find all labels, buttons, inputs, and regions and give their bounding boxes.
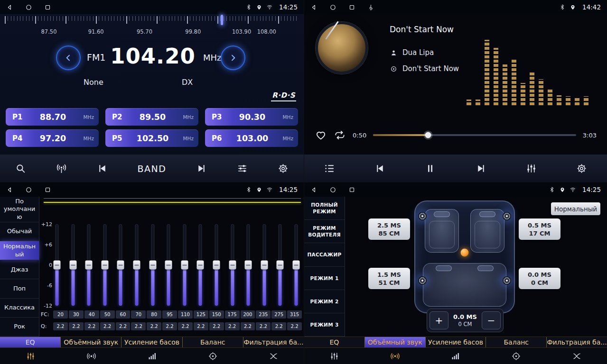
mode-item[interactable]: РЕЖИМ 1: [304, 267, 345, 290]
scan-button[interactable]: [15, 163, 27, 174]
preset-button-p6[interactable]: P6103.00MHz: [205, 129, 298, 147]
eq-preset-item[interactable]: Поп: [0, 279, 39, 298]
slider-knob[interactable]: [245, 261, 252, 270]
mode-item[interactable]: ПАССАЖИР: [304, 243, 345, 266]
pause-button[interactable]: [424, 163, 436, 174]
slider-knob[interactable]: [133, 261, 140, 270]
home-circle-icon[interactable]: [25, 4, 32, 11]
slider-knob[interactable]: [117, 261, 124, 270]
eq-preset-item[interactable]: Джаз: [0, 260, 39, 279]
equalizer-button[interactable]: [236, 163, 248, 174]
eq-band-slider[interactable]: [69, 224, 77, 306]
surround-tab-icon[interactable]: [365, 348, 426, 364]
balance-tab-icon[interactable]: [182, 348, 243, 364]
tab-filter[interactable]: Фильтрация ба...: [547, 337, 607, 347]
tab-bass-boost[interactable]: Усиление басов: [121, 337, 182, 347]
settings-gear-icon[interactable]: [576, 163, 588, 174]
preset-button-p4[interactable]: P497.20MHz: [6, 129, 99, 147]
eq-band-slider[interactable]: [181, 224, 188, 306]
eq-band-slider[interactable]: [101, 224, 109, 306]
tab-bass-boost[interactable]: Усиление басов: [426, 337, 486, 347]
tuning-indicator[interactable]: [221, 15, 223, 25]
bass-boost-tab-icon[interactable]: [425, 348, 486, 364]
filter-tab-icon[interactable]: [243, 348, 304, 364]
decrease-delay-button[interactable]: −: [482, 311, 501, 329]
surround-tab-icon[interactable]: [61, 348, 121, 364]
tab-surround-sound[interactable]: Объёмный звук: [61, 337, 121, 347]
next-station-button[interactable]: [196, 163, 207, 174]
repeat-icon[interactable]: [334, 129, 346, 141]
front-right-delay-button[interactable]: 0.5 MS 17 CM: [519, 218, 560, 240]
equalizer-button[interactable]: [525, 163, 537, 174]
mode-item[interactable]: РЕЖИМ ВОДИТЕЛЯ: [304, 220, 345, 243]
surround-preset-button[interactable]: Нормальный: [551, 202, 600, 215]
mode-item[interactable]: РЕЖИМ 2: [304, 290, 345, 313]
slider-knob[interactable]: [101, 261, 108, 270]
rear-left-delay-button[interactable]: 1.5 MS 51 CM: [368, 268, 410, 289]
rear-right-delay-button[interactable]: 0.0 MS 0 CM: [519, 268, 560, 289]
recents-square-icon[interactable]: [348, 4, 355, 11]
eq-preset-item[interactable]: Классика: [0, 299, 39, 318]
eq-band-slider[interactable]: [117, 224, 124, 306]
mode-item[interactable]: ПОЛНЫЙ РЕЖИМ: [304, 197, 345, 220]
eq-tab-icon[interactable]: [0, 348, 61, 364]
back-icon[interactable]: [6, 4, 13, 11]
eq-band-slider[interactable]: [149, 224, 157, 306]
home-circle-icon[interactable]: [329, 186, 336, 193]
increase-delay-button[interactable]: +: [430, 311, 448, 329]
slider-knob[interactable]: [261, 261, 268, 270]
slider-knob[interactable]: [85, 261, 93, 270]
eq-band-slider[interactable]: [165, 224, 172, 306]
seek-bar[interactable]: [373, 134, 576, 136]
tab-filter[interactable]: Фильтрация ба...: [243, 337, 304, 347]
eq-band-slider[interactable]: [229, 224, 236, 306]
eq-band-slider[interactable]: [276, 224, 284, 306]
tune-down-button[interactable]: [56, 46, 81, 70]
previous-station-button[interactable]: [96, 163, 108, 174]
slider-knob[interactable]: [69, 261, 76, 270]
mode-item[interactable]: РЕЖИМ 3: [304, 313, 345, 337]
slider-knob[interactable]: [181, 261, 188, 270]
tab-eq[interactable]: EQ: [0, 337, 61, 347]
preset-button-p2[interactable]: P289.50MHz: [105, 108, 198, 126]
previous-track-button[interactable]: [374, 163, 386, 174]
recents-square-icon[interactable]: [44, 4, 51, 11]
recents-square-icon[interactable]: [348, 186, 355, 193]
eq-band-slider[interactable]: [292, 224, 300, 306]
settings-gear-icon[interactable]: [277, 163, 289, 174]
slider-knob[interactable]: [197, 261, 204, 270]
eq-band-slider[interactable]: [244, 224, 252, 306]
back-icon[interactable]: [6, 186, 13, 193]
back-icon[interactable]: [310, 186, 318, 193]
tab-balance[interactable]: Баланс: [486, 337, 547, 347]
playlist-button[interactable]: [324, 163, 336, 174]
slider-knob[interactable]: [149, 261, 156, 270]
tab-eq[interactable]: EQ: [304, 337, 365, 347]
eq-preset-item[interactable]: Обычай: [0, 222, 39, 241]
eq-preset-item[interactable]: По умолчанию: [0, 197, 39, 222]
tab-balance[interactable]: Баланс: [183, 337, 243, 347]
bass-boost-tab-icon[interactable]: [121, 348, 182, 364]
home-circle-icon[interactable]: [25, 186, 32, 193]
eq-preset-item[interactable]: Нормальный: [0, 241, 39, 260]
frequency-scale[interactable]: 87.5091.6095.7099.80103.90108.00: [5, 16, 299, 39]
balance-tab-icon[interactable]: [486, 348, 547, 364]
progress-thumb[interactable]: [425, 132, 431, 138]
broadcast-icon[interactable]: [56, 163, 67, 174]
filter-tab-icon[interactable]: [546, 348, 607, 364]
home-circle-icon[interactable]: [329, 4, 336, 11]
preset-button-p3[interactable]: P390.30MHz: [205, 108, 298, 126]
eq-preset-item[interactable]: Рок: [0, 318, 39, 337]
eq-band-slider[interactable]: [85, 224, 93, 306]
eq-band-slider[interactable]: [213, 224, 220, 306]
slider-knob[interactable]: [229, 261, 236, 270]
eq-band-slider[interactable]: [196, 224, 204, 306]
tune-up-button[interactable]: [221, 46, 245, 70]
slider-knob[interactable]: [277, 261, 284, 270]
eq-tab-icon[interactable]: [304, 348, 365, 364]
eq-band-slider[interactable]: [53, 224, 61, 306]
front-left-delay-button[interactable]: 2.5 MS 85 CM: [368, 218, 410, 240]
listening-position-marker[interactable]: [461, 248, 469, 256]
slider-knob[interactable]: [165, 261, 172, 270]
slider-knob[interactable]: [54, 261, 61, 270]
